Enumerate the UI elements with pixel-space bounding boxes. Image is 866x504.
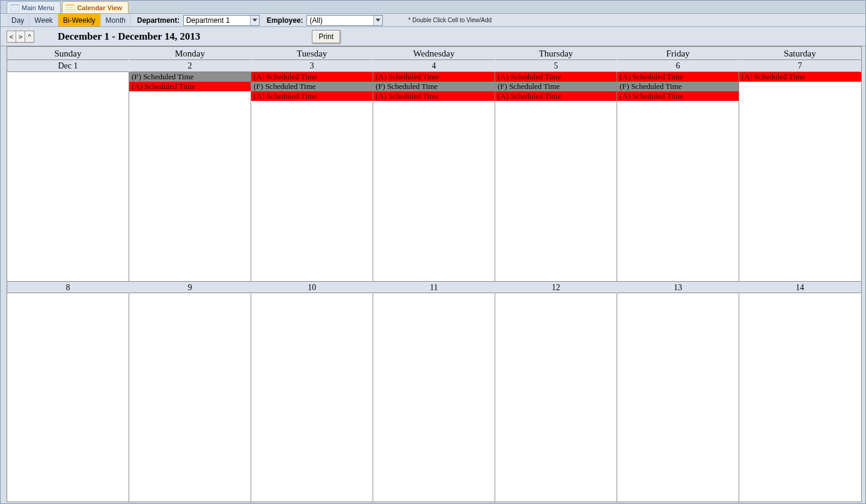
day-header: Saturday	[739, 47, 861, 60]
day-cell[interactable]	[7, 293, 129, 502]
date-number: 2	[129, 60, 251, 72]
calendar-event[interactable]: (A) Scheduled Time	[251, 91, 373, 101]
day-cell[interactable]: (F) Scheduled Time(A) Scheduled Time	[129, 72, 251, 281]
window-tabs: Main Menu Calendar View	[1, 1, 865, 14]
day-header: Tuesday	[251, 47, 373, 60]
svg-rect-2	[12, 7, 18, 8]
department-label: Department:	[131, 14, 183, 26]
weeks-container: Dec 1234567(F) Scheduled Time(A) Schedul…	[7, 60, 861, 502]
chevron-down-icon[interactable]	[373, 16, 382, 25]
day-cell[interactable]	[739, 293, 861, 502]
calendar-event[interactable]: (F) Scheduled Time	[373, 82, 495, 91]
date-range-title: December 1 - December 14, 2013	[58, 31, 200, 43]
tab-main-menu[interactable]: Main Menu	[7, 1, 61, 13]
date-number: 5	[495, 60, 617, 72]
calendar-event[interactable]: (A) Scheduled Time	[739, 72, 861, 82]
day-cell[interactable]	[617, 293, 739, 502]
day-cell[interactable]: (A) Scheduled Time(F) Scheduled Time(A) …	[617, 72, 739, 281]
form-icon	[11, 4, 19, 11]
day-cell[interactable]: (A) Scheduled Time	[739, 72, 861, 281]
view-toolbar: Day Week Bi-Weekly Month Department: Emp…	[1, 14, 865, 27]
day-cell[interactable]	[129, 293, 251, 502]
svg-rect-3	[12, 9, 18, 10]
day-cell[interactable]: (A) Scheduled Time(F) Scheduled Time(A) …	[373, 72, 495, 281]
view-week-button[interactable]: Week	[29, 14, 58, 26]
day-cell[interactable]	[495, 293, 617, 502]
svg-rect-1	[11, 4, 19, 6]
date-number: 7	[739, 60, 861, 72]
view-month-button[interactable]: Month	[101, 14, 131, 26]
calendar-event[interactable]: (A) Scheduled Time	[251, 72, 373, 82]
date-number: 11	[373, 282, 495, 294]
date-number: 4	[373, 60, 495, 72]
day-header: Monday	[129, 47, 251, 60]
calendar-event[interactable]: (A) Scheduled Time	[373, 72, 495, 82]
date-number: Dec 1	[7, 60, 129, 72]
nav-row: < > ^ December 1 - December 14, 2013 Pri…	[1, 27, 865, 46]
calendar-event[interactable]: (A) Scheduled Time	[617, 72, 739, 82]
date-number: 10	[251, 282, 373, 294]
date-number-row: 891011121314	[7, 281, 861, 293]
date-number: 6	[617, 60, 739, 72]
app-window: Main Menu Calendar View Day Week Bi-Week…	[0, 0, 866, 504]
nav-buttons: < > ^	[7, 31, 34, 43]
svg-rect-7	[67, 9, 73, 10]
calendar-event[interactable]: (A) Scheduled Time	[495, 91, 617, 101]
chevron-down-icon[interactable]	[250, 16, 259, 25]
employee-label: Employee:	[261, 14, 307, 26]
calendar-event[interactable]: (F) Scheduled Time	[251, 82, 373, 91]
tab-calendar-view[interactable]: Calendar View	[62, 1, 129, 13]
cells-row: (F) Scheduled Time(A) Scheduled Time(A) …	[7, 72, 861, 281]
date-number: 14	[739, 282, 861, 294]
day-cell[interactable]	[373, 293, 495, 502]
calendar-event[interactable]: (A) Scheduled Time	[129, 82, 251, 91]
department-select[interactable]	[183, 15, 260, 26]
date-number: 8	[7, 282, 129, 294]
employee-input[interactable]	[307, 16, 373, 25]
view-biweekly-button[interactable]: Bi-Weekly	[58, 14, 101, 26]
day-header: Wednesday	[373, 47, 495, 60]
calendar-event[interactable]: (F) Scheduled Time	[495, 82, 617, 91]
department-input[interactable]	[184, 16, 250, 25]
prev-button[interactable]: <	[7, 31, 16, 43]
day-header: Friday	[617, 47, 739, 60]
employee-select[interactable]	[306, 15, 383, 26]
calendar-week: 891011121314	[7, 281, 861, 502]
date-number: 3	[251, 60, 373, 72]
next-button[interactable]: >	[16, 31, 25, 43]
date-number: 12	[495, 282, 617, 294]
calendar-event[interactable]: (A) Scheduled Time	[373, 91, 495, 101]
calendar-week: Dec 1234567(F) Scheduled Time(A) Schedul…	[7, 60, 861, 281]
calendar-event[interactable]: (F) Scheduled Time	[129, 72, 251, 82]
form-icon	[66, 4, 75, 11]
day-header-row: Sunday Monday Tuesday Wednesday Thursday…	[7, 47, 861, 60]
date-number: 9	[129, 282, 251, 294]
date-number: 13	[617, 282, 739, 294]
calendar-event[interactable]: (A) Scheduled Time	[617, 91, 739, 101]
tab-label: Calendar View	[77, 4, 122, 11]
hint-text: * Double Click Cell to View/Add	[384, 14, 492, 26]
svg-rect-6	[67, 7, 73, 8]
calendar-grid: Sunday Monday Tuesday Wednesday Thursday…	[7, 46, 862, 502]
print-button[interactable]: Print	[312, 30, 340, 43]
date-number-row: Dec 1234567	[7, 60, 861, 72]
calendar-event[interactable]: (F) Scheduled Time	[617, 82, 739, 91]
svg-rect-5	[66, 4, 75, 6]
view-day-button[interactable]: Day	[7, 14, 29, 26]
up-button[interactable]: ^	[25, 31, 34, 43]
day-header: Thursday	[495, 47, 617, 60]
day-cell[interactable]	[7, 72, 129, 281]
day-cell[interactable]: (A) Scheduled Time(F) Scheduled Time(A) …	[495, 72, 617, 281]
day-cell[interactable]	[251, 293, 373, 502]
cells-row	[7, 293, 861, 502]
day-cell[interactable]: (A) Scheduled Time(F) Scheduled Time(A) …	[251, 72, 373, 281]
calendar-event[interactable]: (A) Scheduled Time	[495, 72, 617, 82]
day-header: Sunday	[7, 47, 129, 60]
tab-label: Main Menu	[22, 4, 54, 11]
